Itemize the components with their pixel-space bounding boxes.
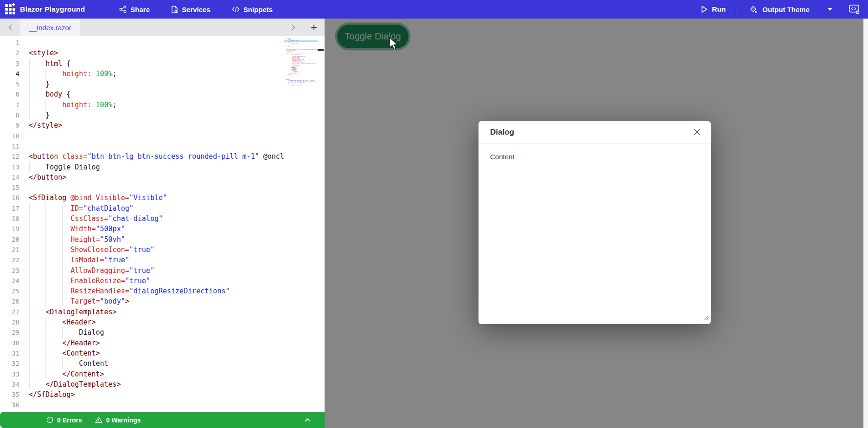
code-line: } [286, 87, 318, 88]
line-number: 22 [0, 255, 19, 265]
nav-item-share[interactable]: Share [119, 6, 150, 13]
tab-index-razor[interactable]: __Index.razor [20, 19, 80, 36]
line-number: 35 [0, 389, 19, 400]
run-button[interactable]: Run [701, 5, 726, 13]
line-number: 6 [0, 89, 19, 99]
errors-status[interactable]: 0 Errors [46, 416, 82, 424]
nav-item-services[interactable]: Services [171, 6, 211, 13]
code-line[interactable]: ResizeHandles="dialogResizeDirections" [29, 286, 284, 296]
minimap[interactable]: <style> html { height: 100%; } body { he… [284, 36, 318, 428]
chevron-down-icon[interactable] [827, 7, 833, 11]
app-header: Blazor Playground Share [0, 0, 868, 19]
blazor-playground-app: Blazor Playground Share [0, 0, 868, 428]
code-line[interactable]: ShowCloseIcon="true" [29, 245, 284, 255]
code-line[interactable] [29, 131, 284, 141]
preview-scrollbar[interactable] [863, 19, 868, 428]
nav-item-snippets[interactable]: Snippets [232, 6, 273, 13]
share-icon [119, 6, 127, 13]
dialog-close-button[interactable] [691, 126, 703, 138]
code-line[interactable]: </SfDialog> [29, 389, 284, 400]
line-number: 24 [0, 276, 19, 286]
code-line[interactable]: IsModal="true" [29, 255, 284, 265]
code-line[interactable]: AllowDragging="true" [29, 266, 284, 276]
header-divider [736, 4, 736, 14]
line-number-gutter: 1234567891011121314151617181920212223242… [0, 38, 19, 421]
code-line[interactable]: <SfDialog @bind-Visible="Visible" [29, 193, 284, 203]
code-line[interactable]: <DialogTemplates> [29, 307, 284, 317]
line-number: 3 [0, 58, 19, 69]
code-line[interactable]: <Content> [29, 348, 284, 358]
code-line[interactable]: </style> [29, 120, 284, 130]
app-logo-grid-icon [5, 4, 16, 15]
code-line[interactable]: </Header> [29, 338, 284, 348]
line-number: 28 [0, 317, 19, 327]
paint-fill-icon [749, 5, 758, 13]
code-line[interactable]: Target="body"> [29, 296, 284, 306]
code-line[interactable]: EnableResize="true" [29, 276, 284, 286]
line-number: 1 [0, 38, 19, 48]
code-line[interactable]: html { [29, 58, 284, 69]
dialog-header[interactable]: Dialog [479, 121, 711, 143]
close-icon [694, 129, 701, 136]
editor-settings-button[interactable] [849, 4, 861, 15]
code-line[interactable] [29, 38, 284, 48]
line-number: 29 [0, 327, 19, 337]
code-line[interactable]: height: 100%; [29, 69, 284, 79]
snippets-icon [232, 6, 240, 13]
code-line[interactable]: ID="chatDialog" [29, 203, 284, 214]
code-line[interactable]: height: 100%; [29, 100, 284, 110]
code-line[interactable] [29, 400, 284, 410]
line-number: 25 [0, 286, 19, 296]
collapse-console-button[interactable] [305, 418, 311, 422]
dialog-window[interactable]: Dialog Content [479, 121, 711, 324]
code-line[interactable] [29, 141, 284, 151]
code-line[interactable]: CssClass="chat-dialog" [29, 214, 284, 224]
code-line[interactable]: Toggle Dialog [29, 162, 284, 172]
warnings-count: 0 Warnings [106, 416, 141, 424]
line-number: 21 [0, 245, 19, 255]
nav-item-label: Services [182, 6, 211, 13]
line-number: 27 [0, 307, 19, 317]
code-line[interactable]: <Header> [29, 317, 284, 327]
code-line[interactable]: } [29, 79, 284, 89]
line-number: 16 [0, 193, 19, 203]
line-number: 13 [0, 162, 19, 172]
status-bar: 0 Errors 0 Warnings [0, 412, 325, 428]
tabs-scroll-left-button[interactable] [0, 19, 20, 36]
play-icon [701, 6, 708, 13]
brand-label: Blazor Playground [20, 5, 85, 13]
code-line[interactable]: <button class="btn btn-lg btn-success ro… [29, 151, 284, 162]
tabs-scroll-right-button[interactable] [283, 19, 303, 36]
brand[interactable]: Blazor Playground [5, 4, 85, 15]
code-line[interactable]: </button> [29, 172, 284, 182]
code-line[interactable]: </DialogTemplates> [29, 379, 284, 389]
code-line[interactable]: Content [29, 358, 284, 369]
code-line[interactable]: body { [29, 89, 284, 99]
line-number: 9 [0, 120, 19, 130]
error-circle-icon [46, 416, 53, 423]
code-line[interactable]: Height="50vh" [29, 234, 284, 245]
dialog-resize-handle[interactable] [702, 314, 709, 322]
code-line[interactable]: </Content> [29, 369, 284, 379]
nav-item-label: Share [130, 6, 150, 13]
code-editor[interactable]: 1234567891011121314151617181920212223242… [0, 36, 325, 428]
splitter-drag-handle[interactable] [318, 49, 324, 51]
code-line[interactable]: } [29, 110, 284, 120]
line-number: 32 [0, 358, 19, 369]
line-number: 19 [0, 224, 19, 234]
output-theme-button[interactable]: Output Theme [749, 5, 833, 13]
run-label: Run [712, 5, 726, 13]
warnings-status[interactable]: 0 Warnings [95, 416, 141, 424]
line-number: 34 [0, 379, 19, 389]
dialog-content: Content [479, 143, 711, 170]
line-number: 36 [0, 400, 19, 410]
dialog-title: Dialog [490, 128, 691, 137]
code-line[interactable] [29, 182, 284, 193]
add-tab-button[interactable]: + [303, 19, 325, 36]
line-number: 14 [0, 172, 19, 182]
code-line[interactable]: Dialog [29, 327, 284, 337]
code-area[interactable]: <style> html { height: 100%; } body { he… [29, 38, 284, 421]
code-line[interactable]: Width="500px" [29, 224, 284, 234]
code-line[interactable]: <style> [29, 48, 284, 58]
line-number: 26 [0, 296, 19, 306]
